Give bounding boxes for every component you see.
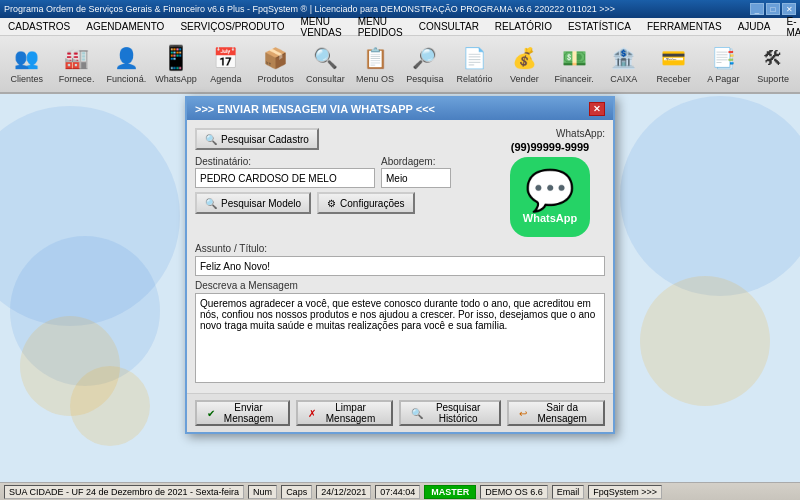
maximize-button[interactable]: □ bbox=[766, 3, 780, 15]
mensagem-textarea[interactable]: Queremos agradecer a você, que esteve co… bbox=[195, 293, 605, 383]
whatsapp-phone-icon: 💬 bbox=[525, 170, 575, 210]
destinatario-field-group: Destinatário: bbox=[195, 156, 375, 188]
modal-top-section: 🔍 Pesquisar Cadastro Destinatário: Abord… bbox=[195, 128, 605, 237]
pesquisar-historico-button[interactable]: 🔍 Pesquisar Histórico bbox=[399, 400, 501, 426]
descricao-label: Descreva a Mensagem bbox=[195, 280, 605, 291]
modal-left-section: 🔍 Pesquisar Cadastro Destinatário: Abord… bbox=[195, 128, 487, 214]
status-email: Email bbox=[552, 485, 585, 499]
whatsapp-brand-text: WhatsApp bbox=[523, 212, 577, 224]
menu-consultar[interactable]: CONSULTAR bbox=[415, 18, 483, 35]
pesquisar-search-icon: 🔍 bbox=[411, 408, 423, 419]
consultar-icon: 🔍 bbox=[311, 44, 339, 72]
financeiro-icon: 💵 bbox=[560, 44, 588, 72]
vender-icon: 💰 bbox=[510, 44, 538, 72]
search-modelo-icon: 🔍 bbox=[205, 198, 217, 209]
pagar-icon: 📑 bbox=[709, 44, 737, 72]
assunto-section: Assunto / Título: bbox=[195, 243, 605, 276]
sair-exit-icon: ↩ bbox=[519, 408, 527, 419]
receber-icon: 💳 bbox=[660, 44, 688, 72]
relatorio-icon: 📄 bbox=[461, 44, 489, 72]
whatsapp-number: (99)99999-9999 bbox=[511, 141, 589, 153]
abordagem-field-group: Abordagem: bbox=[381, 156, 487, 188]
limpar-button[interactable]: ✗ Limpar Mensagem bbox=[296, 400, 393, 426]
assunto-label: Assunto / Título: bbox=[195, 243, 605, 254]
fornecedores-icon: 🏭 bbox=[63, 44, 91, 72]
model-config-row: 🔍 Pesquisar Modelo ⚙ Configurações bbox=[195, 192, 487, 214]
whatsapp-logo: 💬 WhatsApp bbox=[510, 157, 590, 237]
destinatario-label: Destinatário: bbox=[195, 156, 375, 167]
whatsapp-section-label: WhatsApp: bbox=[495, 128, 605, 139]
whatsapp-modal: >>> ENVIAR MENSAGEM VIA WHATSAPP <<< ✕ 🔍… bbox=[185, 96, 615, 434]
status-caps: Caps bbox=[281, 485, 312, 499]
caixa-icon: 🏦 bbox=[610, 44, 638, 72]
menu-estatistica[interactable]: ESTATÍSTICA bbox=[564, 18, 635, 35]
close-button[interactable]: ✕ bbox=[782, 3, 796, 15]
funcionarios-icon: 👤 bbox=[112, 44, 140, 72]
status-master: MASTER bbox=[424, 485, 476, 499]
menu-agendamento[interactable]: AGENDAMENTO bbox=[82, 18, 168, 35]
pesquisa-icon: 🔎 bbox=[411, 44, 439, 72]
clientes-icon: 👥 bbox=[13, 44, 41, 72]
configuracoes-button[interactable]: ⚙ Configurações bbox=[317, 192, 414, 214]
agenda-icon: 📅 bbox=[212, 44, 240, 72]
produtos-icon: 📦 bbox=[262, 44, 290, 72]
menu-cadastros[interactable]: CADASTROS bbox=[4, 18, 74, 35]
modal-close-button[interactable]: ✕ bbox=[589, 102, 605, 116]
menu-ferramentas[interactable]: FERRAMENTAS bbox=[643, 18, 726, 35]
assunto-input[interactable] bbox=[195, 256, 605, 276]
menu-os-icon: 📋 bbox=[361, 44, 389, 72]
modal-body: 🔍 Pesquisar Cadastro Destinatário: Abord… bbox=[187, 120, 613, 393]
modal-footer: ✔ Enviar Mensagem ✗ Limpar Mensagem 🔍 Pe… bbox=[187, 393, 613, 432]
menu-servicos[interactable]: SERVIÇOS/PRODUTO bbox=[176, 18, 288, 35]
minimize-button[interactable]: _ bbox=[750, 3, 764, 15]
modal-title: >>> ENVIAR MENSAGEM VIA WHATSAPP <<< bbox=[195, 103, 435, 115]
status-date: 24/12/2021 bbox=[316, 485, 371, 499]
textarea-container: Queremos agradecer a você, que esteve co… bbox=[195, 293, 605, 385]
modal-overlay: >>> ENVIAR MENSAGEM VIA WHATSAPP <<< ✕ 🔍… bbox=[0, 76, 800, 482]
menu-vendas[interactable]: MENU VENDAS bbox=[297, 18, 346, 35]
modal-header: >>> ENVIAR MENSAGEM VIA WHATSAPP <<< ✕ bbox=[187, 98, 613, 120]
descricao-section: Descreva a Mensagem Queremos agradecer a… bbox=[195, 280, 605, 385]
limpar-x-icon: ✗ bbox=[308, 408, 316, 419]
title-text: Programa Ordem de Serviços Gerais & Fina… bbox=[4, 4, 615, 14]
sair-button[interactable]: ↩ Sair da Mensagem bbox=[507, 400, 605, 426]
whatsapp-logo-section: WhatsApp: (99)99999-9999 💬 WhatsApp bbox=[495, 128, 605, 237]
window-controls: _ □ ✕ bbox=[750, 3, 796, 15]
status-city: SUA CIDADE - UF 24 de Dezembro de 2021 -… bbox=[4, 485, 244, 499]
suporte-icon: 🛠 bbox=[759, 44, 787, 72]
search-modelo-button[interactable]: 🔍 Pesquisar Modelo bbox=[195, 192, 311, 214]
menu-email[interactable]: E-MAIL bbox=[783, 18, 801, 35]
abordagem-label: Abordagem: bbox=[381, 156, 487, 167]
search-cadastro-button[interactable]: 🔍 Pesquisar Cadastro bbox=[195, 128, 319, 150]
status-fpq: FpqSystem >>> bbox=[588, 485, 662, 499]
status-bar: SUA CIDADE - UF 24 de Dezembro de 2021 -… bbox=[0, 482, 800, 500]
config-icon: ⚙ bbox=[327, 198, 336, 209]
status-num: Num bbox=[248, 485, 277, 499]
abordagem-input[interactable] bbox=[381, 168, 451, 188]
status-time: 07:44:04 bbox=[375, 485, 420, 499]
menu-relatorio[interactable]: RELATÓRIO bbox=[491, 18, 556, 35]
enviar-check-icon: ✔ bbox=[207, 408, 215, 419]
destinatario-row: Destinatário: Abordagem: bbox=[195, 156, 487, 188]
enviar-button[interactable]: ✔ Enviar Mensagem bbox=[195, 400, 290, 426]
destinatario-input[interactable] bbox=[195, 168, 375, 188]
menu-ajuda[interactable]: AJUDA bbox=[734, 18, 775, 35]
status-version: DEMO OS 6.6 bbox=[480, 485, 548, 499]
menu-pedidos[interactable]: MENU PEDIDOS bbox=[354, 18, 407, 35]
whatsapp-toolbar-icon: 📱 bbox=[162, 44, 190, 72]
search-icon: 🔍 bbox=[205, 134, 217, 145]
menu-bar: CADASTROS AGENDAMENTO SERVIÇOS/PRODUTO M… bbox=[0, 18, 800, 36]
